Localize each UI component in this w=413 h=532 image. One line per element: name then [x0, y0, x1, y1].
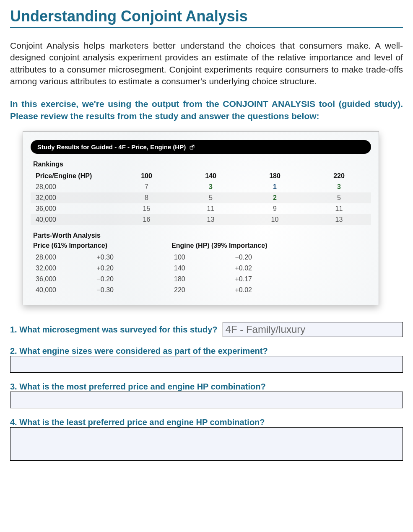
rankings-col-header: 140 — [179, 171, 243, 182]
table-row: 40,00016131013 — [31, 214, 371, 225]
rankings-cell: 16 — [114, 214, 179, 225]
rankings-row-header: Price/Engine (HP) — [31, 171, 114, 182]
rankings-cell: 11 — [307, 203, 371, 214]
rankings-cell: 1 — [243, 182, 307, 192]
document-page: Understanding Conjoint Analysis Conjoint… — [0, 0, 413, 487]
rankings-label: Rankings — [33, 161, 371, 168]
table-row: 220+0.02 — [171, 285, 255, 296]
parts-worth-wrap: Price (61% Importance) 28,000+0.3032,000… — [31, 242, 371, 296]
rankings-cell: 2 — [243, 192, 307, 203]
rankings-col-header: 180 — [243, 171, 307, 182]
pw-value: −0.20 — [222, 252, 255, 263]
study-panel: Study Results for Guided - 4F - Price, E… — [23, 131, 379, 305]
pw-level: 180 — [171, 274, 222, 285]
rankings-row-label: 32,000 — [31, 192, 114, 203]
pw-level: 28,000 — [33, 252, 83, 263]
rankings-cell: 13 — [179, 214, 243, 225]
pw-level: 32,000 — [33, 263, 83, 274]
pw-level: 40,000 — [33, 285, 83, 296]
question-3-answer[interactable] — [10, 392, 403, 408]
rankings-header-row: Price/Engine (HP) 100 140 180 220 — [31, 171, 371, 182]
table-row: 32,000+0.20 — [33, 263, 117, 274]
parts-worth-price-col: Price (61% Importance) 28,000+0.3032,000… — [33, 242, 117, 296]
parts-worth-price-head: Price (61% Importance) — [33, 242, 117, 249]
table-row: 40,000−0.30 — [33, 285, 117, 296]
pw-level: 100 — [171, 252, 222, 263]
rankings-cell: 3 — [307, 182, 371, 192]
study-panel-wrap: Study Results for Guided - 4F - Price, E… — [10, 131, 403, 305]
question-1-text: 1. What microsegment was surveyed for th… — [10, 325, 218, 335]
question-4-answer[interactable] — [10, 427, 403, 461]
question-4: 4. What is the least preferred price and… — [10, 418, 403, 461]
question-2-text: 2. What engine sizes were considered as … — [10, 346, 403, 356]
parts-worth-engine-col: Engine (HP) (39% Importance) 100−0.20140… — [171, 242, 267, 296]
rankings-cell: 15 — [114, 203, 179, 214]
parts-worth-engine-head: Engine (HP) (39% Importance) — [171, 242, 267, 249]
pw-level: 220 — [171, 285, 222, 296]
pw-value: +0.20 — [83, 263, 117, 274]
table-row: 140+0.02 — [171, 263, 255, 274]
rankings-cell: 9 — [243, 203, 307, 214]
pw-value: +0.30 — [83, 252, 117, 263]
page-title: Understanding Conjoint Analysis — [10, 8, 403, 25]
rankings-cell: 7 — [114, 182, 179, 192]
rankings-cell: 3 — [179, 182, 243, 192]
pw-level: 36,000 — [33, 274, 83, 285]
study-header-bar: Study Results for Guided - 4F - Price, E… — [31, 140, 371, 154]
table-row: 180+0.17 — [171, 274, 255, 285]
table-row: 36,0001511911 — [31, 203, 371, 214]
question-1: 1. What microsegment was surveyed for th… — [10, 322, 403, 337]
pw-value: −0.30 — [83, 285, 117, 296]
rankings-cell: 8 — [114, 192, 179, 203]
question-2: 2. What engine sizes were considered as … — [10, 346, 403, 373]
rankings-cell: 13 — [307, 214, 371, 225]
study-header-title: Study Results for Guided - 4F - Price, E… — [37, 143, 186, 151]
table-row: 28,0007313 — [31, 182, 371, 192]
question-1-answer[interactable]: 4F - Family/luxury — [223, 322, 403, 337]
parts-worth-engine-table: 100−0.20140+0.02180+0.17220+0.02 — [171, 252, 255, 296]
table-row: 36,000−0.20 — [33, 274, 117, 285]
table-row: 100−0.20 — [171, 252, 255, 263]
table-row: 28,000+0.30 — [33, 252, 117, 263]
rankings-row-label: 36,000 — [31, 203, 114, 214]
rankings-cell: 11 — [179, 203, 243, 214]
rankings-col-header: 220 — [307, 171, 371, 182]
rankings-cell: 5 — [179, 192, 243, 203]
pw-value: +0.02 — [222, 285, 255, 296]
rankings-table: Price/Engine (HP) 100 140 180 220 28,000… — [31, 171, 371, 225]
rankings-row-label: 40,000 — [31, 214, 114, 225]
rankings-cell: 10 — [243, 214, 307, 225]
table-row: 32,0008525 — [31, 192, 371, 203]
rankings-col-header: 100 — [114, 171, 179, 182]
external-link-icon — [189, 144, 195, 150]
parts-worth-price-table: 28,000+0.3032,000+0.2036,000−0.2040,000−… — [33, 252, 117, 296]
pw-level: 140 — [171, 263, 222, 274]
title-rule — [10, 27, 403, 28]
pw-value: +0.02 — [222, 263, 255, 274]
pw-value: +0.17 — [222, 274, 255, 285]
pw-value: −0.20 — [83, 274, 117, 285]
parts-worth-label: Parts-Worth Analysis — [33, 232, 371, 239]
question-4-text: 4. What is the least preferred price and… — [10, 418, 403, 427]
intro-paragraph: Conjoint Analysis helps marketers better… — [10, 40, 403, 87]
instruction-paragraph: In this exercise, we're using the output… — [10, 98, 403, 122]
question-3-text: 3. What is the most preferred price and … — [10, 382, 403, 392]
question-3: 3. What is the most preferred price and … — [10, 382, 403, 408]
rankings-cell: 5 — [307, 192, 371, 203]
question-2-answer[interactable] — [10, 356, 403, 373]
rankings-row-label: 28,000 — [31, 182, 114, 192]
